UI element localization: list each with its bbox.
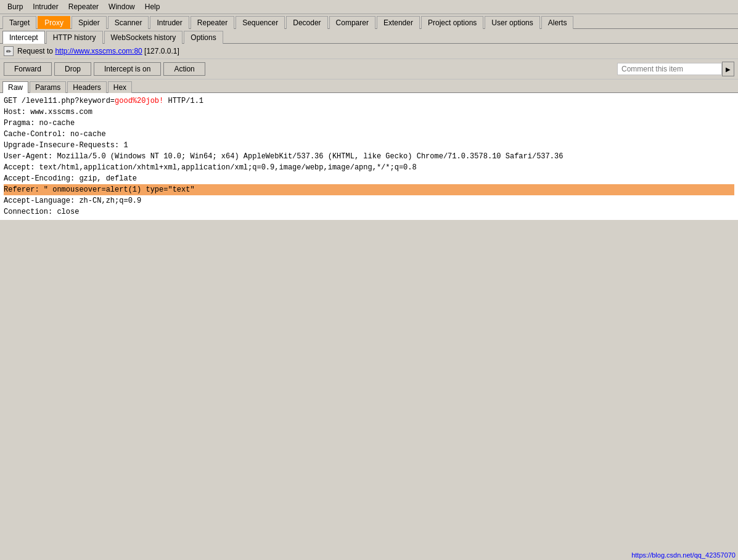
tab-decoder[interactable]: Decoder	[286, 16, 327, 29]
request-line: Upgrade-Insecure-Requests: 1	[4, 140, 734, 151]
forward-button[interactable]: Forward	[4, 62, 52, 76]
request-line: Connection: close	[4, 206, 734, 217]
request-line: GET /level11.php?keyword=good%20job! HTT…	[4, 95, 734, 107]
request-ip: [127.0.0.1]	[144, 47, 179, 55]
tab-params[interactable]: Params	[30, 81, 66, 93]
tab-http-history[interactable]: HTTP history	[46, 31, 103, 44]
tab-repeater[interactable]: Repeater	[191, 16, 234, 29]
request-line: Pragma: no-cache	[4, 118, 734, 129]
request-line: Accept: text/html,application/xhtml+xml,…	[4, 162, 734, 173]
content-tab-bar: Raw Params Headers Hex	[0, 79, 738, 93]
request-line: Accept-Language: zh-CN,zh;q=0.9	[4, 195, 734, 206]
tab-websockets-history[interactable]: WebSockets history	[104, 31, 183, 44]
tab-extender[interactable]: Extender	[377, 16, 420, 29]
tab-target[interactable]: Target	[2, 16, 36, 29]
comment-input[interactable]	[617, 63, 722, 75]
request-prefix: Request to	[17, 47, 53, 55]
tab-raw[interactable]: Raw	[2, 81, 28, 93]
request-line: User-Agent: Mozilla/5.0 (Windows NT 10.0…	[4, 151, 734, 162]
menu-repeater[interactable]: Repeater	[64, 1, 104, 12]
menu-burp[interactable]: Burp	[2, 1, 28, 12]
edit-icon[interactable]: ✏	[4, 46, 14, 56]
request-line: Accept-Encoding: gzip, deflate	[4, 173, 734, 184]
menu-help[interactable]: Help	[140, 1, 165, 12]
tab-sequencer[interactable]: Sequencer	[236, 16, 285, 29]
action-button[interactable]: Action	[163, 62, 205, 76]
tab-intercept[interactable]: Intercept	[2, 31, 45, 44]
tab-proxy[interactable]: Proxy	[38, 16, 70, 29]
tab-project-options[interactable]: Project options	[421, 16, 483, 29]
menu-bar: Burp Intruder Repeater Window Help	[0, 0, 738, 14]
tab-headers[interactable]: Headers	[67, 81, 106, 93]
menu-intruder[interactable]: Intruder	[28, 1, 63, 12]
request-line: Cache-Control: no-cache	[4, 129, 734, 140]
request-body: GET /level11.php?keyword=good%20job! HTT…	[0, 93, 738, 220]
tab-alerts[interactable]: Alerts	[541, 16, 574, 29]
comment-arrow-icon[interactable]: ▶	[722, 62, 734, 76]
request-url-link[interactable]: http://www.xsscms.com:80	[55, 47, 142, 55]
tab-scanner[interactable]: Scanner	[108, 16, 149, 29]
main-tab-bar: Target Proxy Spider Scanner Intruder Rep…	[0, 14, 738, 29]
menu-window[interactable]: Window	[104, 1, 140, 12]
action-bar: Forward Drop Intercept is on Action ▶	[0, 59, 738, 79]
tab-user-options[interactable]: User options	[485, 16, 539, 29]
secondary-tab-bar: Intercept HTTP history WebSockets histor…	[0, 29, 738, 44]
request-line: Host: www.xsscms.com	[4, 107, 734, 118]
request-url: Request to http://www.xsscms.com:80 [127…	[17, 47, 179, 55]
intercept-toggle-button[interactable]: Intercept is on	[94, 62, 161, 76]
drop-button[interactable]: Drop	[54, 62, 91, 76]
request-bar: ✏ Request to http://www.xsscms.com:80 [1…	[0, 44, 738, 59]
tab-hex[interactable]: Hex	[108, 81, 132, 93]
tab-intruder[interactable]: Intruder	[150, 16, 189, 29]
tab-options[interactable]: Options	[184, 31, 223, 44]
keyword-highlight: good%20job!	[115, 97, 163, 105]
tab-comparer[interactable]: Comparer	[329, 16, 375, 29]
tab-spider[interactable]: Spider	[72, 16, 107, 29]
request-line: Referer: " onmouseover=alert(1) type="te…	[4, 184, 734, 195]
